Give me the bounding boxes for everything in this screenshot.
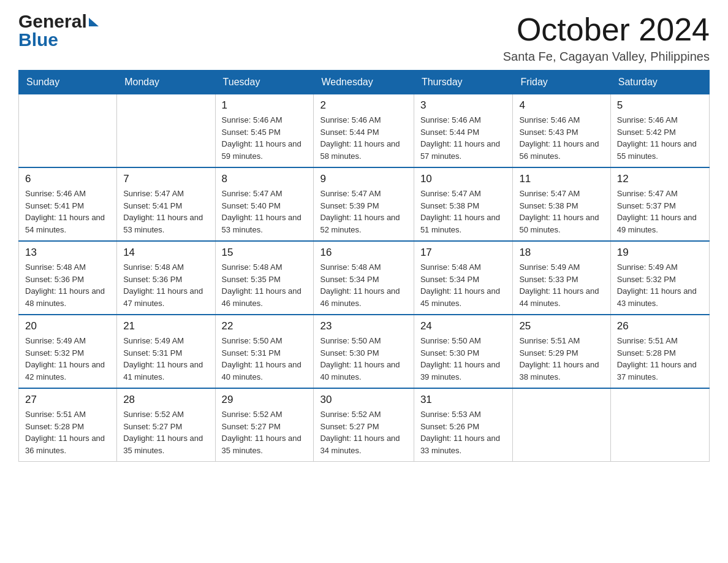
day-number: 16 <box>320 247 407 259</box>
calendar-cell: 26Sunrise: 5:51 AMSunset: 5:28 PMDayligh… <box>610 315 709 388</box>
day-number: 21 <box>123 320 208 332</box>
day-info: Sunrise: 5:47 AMSunset: 5:38 PMDaylight:… <box>519 188 604 236</box>
calendar-cell: 8Sunrise: 5:47 AMSunset: 5:40 PMDaylight… <box>215 167 314 241</box>
day-info: Sunrise: 5:47 AMSunset: 5:38 PMDaylight:… <box>420 188 507 236</box>
day-number: 23 <box>320 320 407 332</box>
day-info: Sunrise: 5:52 AMSunset: 5:27 PMDaylight:… <box>123 408 208 456</box>
day-info: Sunrise: 5:49 AMSunset: 5:32 PMDaylight:… <box>617 261 703 309</box>
day-info: Sunrise: 5:48 AMSunset: 5:34 PMDaylight:… <box>320 261 407 309</box>
calendar-cell: 5Sunrise: 5:46 AMSunset: 5:42 PMDaylight… <box>610 94 709 168</box>
calendar-cell: 11Sunrise: 5:47 AMSunset: 5:38 PMDayligh… <box>513 167 610 241</box>
calendar-header-wednesday: Wednesday <box>314 71 414 94</box>
calendar-week-row: 13Sunrise: 5:48 AMSunset: 5:36 PMDayligh… <box>19 241 710 315</box>
page-header: General Blue October 2024 Santa Fe, Caga… <box>18 12 710 64</box>
day-number: 1 <box>222 99 308 112</box>
calendar-cell: 24Sunrise: 5:50 AMSunset: 5:30 PMDayligh… <box>414 315 513 388</box>
day-info: Sunrise: 5:52 AMSunset: 5:27 PMDaylight:… <box>222 408 308 456</box>
day-number: 31 <box>420 394 507 406</box>
calendar-cell <box>19 94 117 168</box>
calendar-header-sunday: Sunday <box>19 71 117 94</box>
day-info: Sunrise: 5:50 AMSunset: 5:30 PMDaylight:… <box>420 335 507 383</box>
calendar-cell: 29Sunrise: 5:52 AMSunset: 5:27 PMDayligh… <box>215 388 314 462</box>
calendar-cell: 22Sunrise: 5:50 AMSunset: 5:31 PMDayligh… <box>215 315 314 388</box>
calendar-header-friday: Friday <box>513 71 610 94</box>
day-number: 29 <box>222 394 308 406</box>
logo-general-text: General <box>18 12 87 31</box>
calendar-cell: 28Sunrise: 5:52 AMSunset: 5:27 PMDayligh… <box>117 388 215 462</box>
calendar-header-saturday: Saturday <box>610 71 709 94</box>
calendar-week-row: 27Sunrise: 5:51 AMSunset: 5:28 PMDayligh… <box>19 388 710 462</box>
calendar-cell: 16Sunrise: 5:48 AMSunset: 5:34 PMDayligh… <box>314 241 414 315</box>
calendar-cell: 9Sunrise: 5:47 AMSunset: 5:39 PMDaylight… <box>314 167 414 241</box>
day-info: Sunrise: 5:49 AMSunset: 5:33 PMDaylight:… <box>519 261 604 309</box>
day-number: 12 <box>617 173 703 185</box>
calendar-header-row: SundayMondayTuesdayWednesdayThursdayFrid… <box>19 71 710 94</box>
day-number: 25 <box>519 320 604 332</box>
calendar-cell <box>513 388 610 462</box>
day-info: Sunrise: 5:49 AMSunset: 5:31 PMDaylight:… <box>123 335 208 383</box>
calendar-cell <box>610 388 709 462</box>
calendar-cell: 7Sunrise: 5:47 AMSunset: 5:41 PMDaylight… <box>117 167 215 241</box>
calendar-cell: 20Sunrise: 5:49 AMSunset: 5:32 PMDayligh… <box>19 315 117 388</box>
day-info: Sunrise: 5:47 AMSunset: 5:41 PMDaylight:… <box>123 188 208 236</box>
day-number: 13 <box>25 247 110 259</box>
calendar-cell: 2Sunrise: 5:46 AMSunset: 5:44 PMDaylight… <box>314 94 414 168</box>
calendar-week-row: 20Sunrise: 5:49 AMSunset: 5:32 PMDayligh… <box>19 315 710 388</box>
calendar-cell: 23Sunrise: 5:50 AMSunset: 5:30 PMDayligh… <box>314 315 414 388</box>
day-info: Sunrise: 5:47 AMSunset: 5:40 PMDaylight:… <box>222 188 308 236</box>
day-number: 10 <box>420 173 507 185</box>
day-number: 17 <box>420 247 507 259</box>
calendar-header-monday: Monday <box>117 71 215 94</box>
logo-blue-text: Blue <box>18 29 58 50</box>
day-number: 24 <box>420 320 507 332</box>
day-info: Sunrise: 5:48 AMSunset: 5:36 PMDaylight:… <box>25 261 110 309</box>
calendar-cell: 18Sunrise: 5:49 AMSunset: 5:33 PMDayligh… <box>513 241 610 315</box>
day-number: 22 <box>222 320 308 332</box>
location-subtitle: Santa Fe, Cagayan Valley, Philippines <box>503 50 710 64</box>
day-number: 28 <box>123 394 208 406</box>
day-info: Sunrise: 5:51 AMSunset: 5:28 PMDaylight:… <box>25 408 110 456</box>
day-number: 6 <box>25 173 110 185</box>
logo: General Blue <box>18 12 99 49</box>
day-info: Sunrise: 5:46 AMSunset: 5:43 PMDaylight:… <box>519 114 604 162</box>
calendar-cell <box>117 94 215 168</box>
calendar-week-row: 1Sunrise: 5:46 AMSunset: 5:45 PMDaylight… <box>19 94 710 168</box>
day-number: 3 <box>420 99 507 112</box>
day-info: Sunrise: 5:46 AMSunset: 5:42 PMDaylight:… <box>617 114 703 162</box>
day-number: 19 <box>617 247 703 259</box>
day-info: Sunrise: 5:53 AMSunset: 5:26 PMDaylight:… <box>420 408 507 456</box>
day-info: Sunrise: 5:52 AMSunset: 5:27 PMDaylight:… <box>320 408 407 456</box>
day-info: Sunrise: 5:48 AMSunset: 5:36 PMDaylight:… <box>123 261 208 309</box>
day-number: 18 <box>519 247 604 259</box>
day-number: 20 <box>25 320 110 332</box>
day-info: Sunrise: 5:46 AMSunset: 5:44 PMDaylight:… <box>420 114 507 162</box>
calendar-header-tuesday: Tuesday <box>215 71 314 94</box>
day-info: Sunrise: 5:50 AMSunset: 5:30 PMDaylight:… <box>320 335 407 383</box>
day-info: Sunrise: 5:47 AMSunset: 5:39 PMDaylight:… <box>320 188 407 236</box>
day-info: Sunrise: 5:49 AMSunset: 5:32 PMDaylight:… <box>25 335 110 383</box>
calendar-cell: 6Sunrise: 5:46 AMSunset: 5:41 PMDaylight… <box>19 167 117 241</box>
calendar-cell: 30Sunrise: 5:52 AMSunset: 5:27 PMDayligh… <box>314 388 414 462</box>
day-number: 5 <box>617 99 703 112</box>
day-info: Sunrise: 5:46 AMSunset: 5:44 PMDaylight:… <box>320 114 407 162</box>
day-number: 7 <box>123 173 208 185</box>
calendar-cell: 1Sunrise: 5:46 AMSunset: 5:45 PMDaylight… <box>215 94 314 168</box>
day-number: 14 <box>123 247 208 259</box>
calendar-table: SundayMondayTuesdayWednesdayThursdayFrid… <box>18 70 710 462</box>
title-section: October 2024 Santa Fe, Cagayan Valley, P… <box>503 12 710 64</box>
day-number: 9 <box>320 173 407 185</box>
day-info: Sunrise: 5:47 AMSunset: 5:37 PMDaylight:… <box>617 188 703 236</box>
day-number: 15 <box>222 247 308 259</box>
calendar-cell: 12Sunrise: 5:47 AMSunset: 5:37 PMDayligh… <box>610 167 709 241</box>
calendar-cell: 31Sunrise: 5:53 AMSunset: 5:26 PMDayligh… <box>414 388 513 462</box>
calendar-cell: 3Sunrise: 5:46 AMSunset: 5:44 PMDaylight… <box>414 94 513 168</box>
day-info: Sunrise: 5:51 AMSunset: 5:28 PMDaylight:… <box>617 335 703 383</box>
day-info: Sunrise: 5:48 AMSunset: 5:34 PMDaylight:… <box>420 261 507 309</box>
calendar-cell: 14Sunrise: 5:48 AMSunset: 5:36 PMDayligh… <box>117 241 215 315</box>
calendar-cell: 21Sunrise: 5:49 AMSunset: 5:31 PMDayligh… <box>117 315 215 388</box>
calendar-week-row: 6Sunrise: 5:46 AMSunset: 5:41 PMDaylight… <box>19 167 710 241</box>
calendar-cell: 15Sunrise: 5:48 AMSunset: 5:35 PMDayligh… <box>215 241 314 315</box>
calendar-cell: 10Sunrise: 5:47 AMSunset: 5:38 PMDayligh… <box>414 167 513 241</box>
calendar-cell: 17Sunrise: 5:48 AMSunset: 5:34 PMDayligh… <box>414 241 513 315</box>
day-number: 30 <box>320 394 407 406</box>
